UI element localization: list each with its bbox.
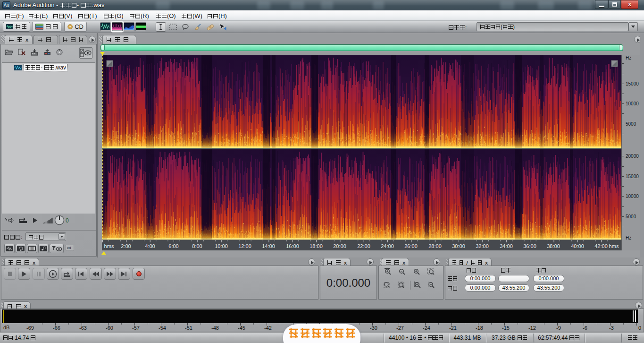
svg-text:cd: cd xyxy=(67,246,71,250)
